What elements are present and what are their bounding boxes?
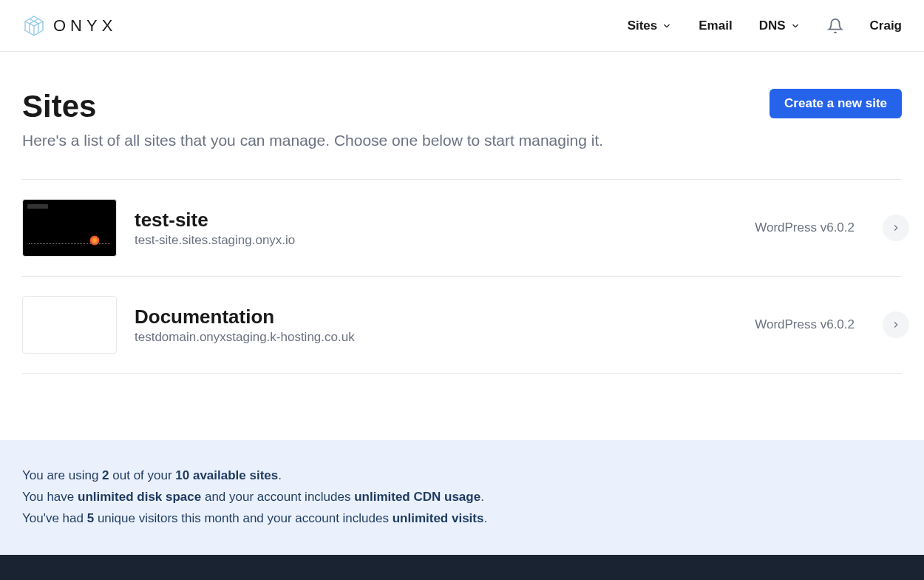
page-title: Sites [22,89,96,124]
site-meta: WordPress v6.0.2 [755,317,855,332]
site-meta: WordPress v6.0.2 [755,220,855,235]
logo[interactable]: ONYX [22,14,117,38]
page-subtitle: Here's a list of all sites that you can … [22,132,902,149]
site-name: Documentation [135,306,737,328]
footer: KRYSTAL Company Legal Support [0,555,924,580]
site-name: test-site [135,209,737,232]
usage-banner: You are using 2 out of your 10 available… [0,440,924,555]
site-domain: test-site.sites.staging.onyx.io [135,233,737,248]
site-info: test-site test-site.sites.staging.onyx.i… [135,209,737,248]
chevron-down-icon [662,21,672,31]
notifications-button[interactable] [827,18,843,34]
chevron-right-icon [891,320,901,330]
site-list: test-site test-site.sites.staging.onyx.i… [22,179,902,374]
site-domain: testdomain.onyxstaging.k-hosting.co.uk [135,330,737,345]
header: ONYX Sites Email DNS Craig [0,0,924,52]
chevron-right-icon [891,223,901,233]
chevron-down-icon [790,21,801,31]
nav-sites[interactable]: Sites [628,18,673,33]
site-thumbnail [22,199,117,257]
create-site-button[interactable]: Create a new site [770,89,902,118]
site-row[interactable]: test-site test-site.sites.staging.onyx.i… [22,180,902,277]
bell-icon [827,18,843,34]
top-nav: Sites Email DNS Craig [628,18,902,34]
usage-line-1: You are using 2 out of your 10 available… [22,465,902,487]
site-open-button[interactable] [883,215,909,241]
nav-dns[interactable]: DNS [759,18,801,33]
usage-line-3: You've had 5 unique visitors this month … [22,508,902,530]
nav-sites-label: Sites [628,18,658,33]
nav-email[interactable]: Email [699,18,732,33]
nav-email-label: Email [699,18,732,33]
logo-text: ONYX [53,16,117,36]
site-info: Documentation testdomain.onyxstaging.k-h… [135,306,737,345]
page-head: Sites Create a new site [22,89,902,124]
site-row[interactable]: Documentation testdomain.onyxstaging.k-h… [22,277,902,374]
site-thumbnail [22,296,117,354]
nav-user-label: Craig [870,18,902,33]
nav-dns-label: DNS [759,18,786,33]
logo-icon [22,14,46,38]
usage-line-2: You have unlimited disk space and your a… [22,487,902,508]
site-open-button[interactable] [883,311,909,338]
main-content: Sites Create a new site Here's a list of… [0,52,924,374]
nav-user[interactable]: Craig [870,18,902,33]
